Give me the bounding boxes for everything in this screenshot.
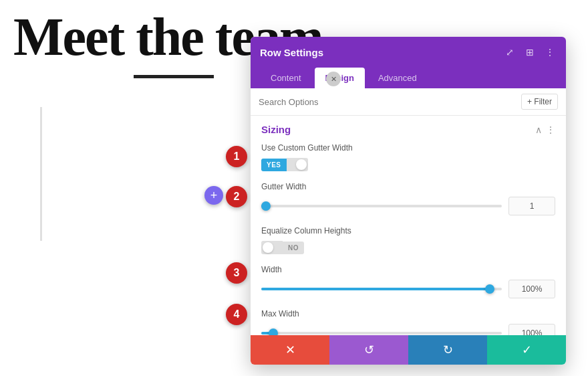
slider-fill-width (261, 288, 490, 290)
tab-advanced[interactable]: Advanced (368, 68, 428, 88)
label-gutter-width: Gutter Width (261, 182, 555, 191)
toggle-no-label[interactable]: NO (283, 242, 304, 254)
header-icons: ⤢ ⊞ ⋮ (503, 45, 557, 59)
filter-button[interactable]: + Filter (521, 94, 558, 110)
search-input[interactable] (259, 97, 521, 107)
redo-button[interactable]: ↻ (408, 335, 487, 365)
panel-body: Sizing ∧ ⋮ Use Custom Gutter Width YES (251, 116, 566, 335)
close-button[interactable]: ✕ (326, 72, 341, 86)
undo-button[interactable]: ↺ (329, 335, 408, 365)
toggle-switch-no[interactable] (261, 241, 283, 254)
slider-row-gutter: 1 (261, 197, 555, 215)
collapse-icon[interactable]: ∧ (535, 124, 542, 135)
columns-icon[interactable]: ⊞ (523, 45, 537, 59)
toggle-knob (296, 159, 307, 170)
panel-title: Row Settings (260, 47, 323, 58)
label-use-custom-gutter: Use Custom Gutter Width (261, 143, 555, 153)
toggle-switch-custom-gutter[interactable] (287, 158, 308, 171)
setting-use-custom-gutter: Use Custom Gutter Width YES (261, 143, 555, 171)
search-bar: + Filter (251, 88, 566, 116)
slider-thumb-max-width[interactable] (269, 328, 278, 335)
panel-header: Row Settings ⤢ ⊞ ⋮ (251, 37, 566, 68)
heading-underline (134, 75, 214, 78)
tab-content[interactable]: Content (260, 68, 312, 88)
step-4-indicator: 4 (226, 304, 247, 325)
section-title: Sizing (261, 124, 291, 135)
expand-icon[interactable]: ⤢ (503, 45, 517, 59)
label-max-width: Max Width (261, 309, 555, 318)
slider-row-width: 100% (261, 280, 555, 298)
step-2-indicator: 2 (226, 186, 247, 207)
save-button[interactable]: ✓ (487, 335, 566, 365)
setting-equalize-columns: Equalize Column Heights NO (261, 226, 555, 254)
toggle-no-knob (263, 242, 273, 253)
step-3-indicator: 3 (226, 262, 247, 284)
setting-width: Width 100% (261, 265, 555, 298)
gutter-width-value[interactable]: 1 (508, 197, 555, 215)
setting-max-width: Max Width 100% (261, 309, 555, 335)
add-row-button[interactable]: + (204, 186, 223, 205)
setting-gutter-width: Gutter Width 1 (261, 182, 555, 215)
slider-thumb[interactable] (261, 201, 271, 211)
section-controls: ∧ ⋮ (535, 124, 555, 135)
slider-max-width[interactable] (261, 326, 502, 335)
row-settings-panel: Row Settings ⤢ ⊞ ⋮ Content Design Advanc… (251, 37, 566, 365)
slider-track-width (261, 288, 502, 290)
slider-width[interactable] (261, 282, 502, 296)
label-width: Width (261, 265, 555, 274)
toggle-yes-label[interactable]: YES (261, 159, 287, 171)
label-equalize-columns: Equalize Column Heights (261, 226, 555, 236)
slider-track-max-width (261, 332, 502, 335)
toggle-custom-gutter: YES (261, 158, 555, 171)
slider-track (261, 205, 502, 207)
panel-footer: ✕ ↺ ↻ ✓ (251, 335, 566, 365)
panel-tabs: Content Design Advanced (251, 68, 566, 88)
sizing-section: Sizing ∧ ⋮ Use Custom Gutter Width YES (251, 116, 566, 335)
slider-row-max-width: 100% (261, 324, 555, 335)
section-header: Sizing ∧ ⋮ (261, 124, 555, 135)
more-options-icon[interactable]: ⋮ (543, 45, 557, 59)
cancel-button[interactable]: ✕ (251, 335, 329, 365)
slider-gutter-width[interactable] (261, 199, 502, 213)
slider-thumb-width[interactable] (485, 284, 494, 294)
section-menu-icon[interactable]: ⋮ (546, 124, 555, 135)
sidebar-line (40, 107, 42, 241)
toggle-equalize-columns: NO (261, 241, 555, 254)
step-1-indicator: 1 (226, 146, 247, 167)
max-width-value[interactable]: 100% (508, 324, 555, 335)
width-value[interactable]: 100% (508, 280, 555, 298)
